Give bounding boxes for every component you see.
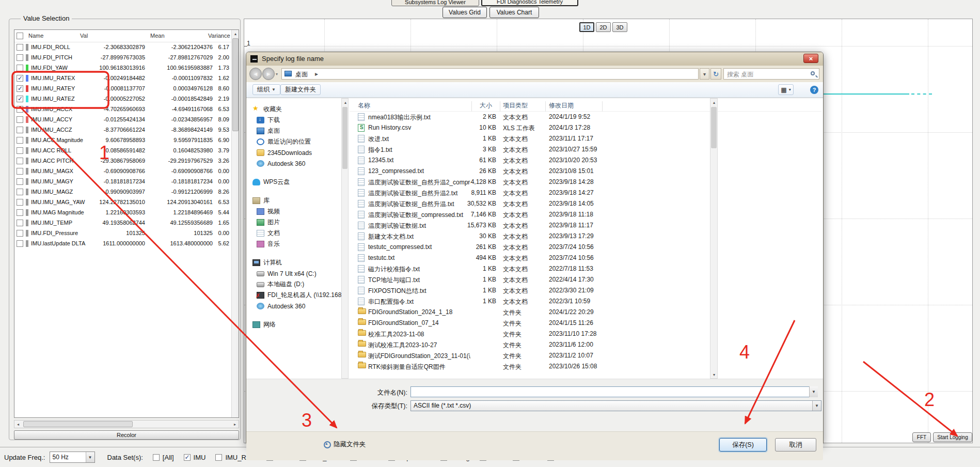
- dataset-checkbox[interactable]: [153, 454, 160, 461]
- table-row[interactable]: IMU.FDI_PITCH -27.89997673035 -27.898127…: [14, 53, 239, 63]
- new-folder-button[interactable]: 新建文件夹: [280, 84, 321, 95]
- scroll-up-icon[interactable]: ▴: [342, 99, 349, 106]
- column-header-variance[interactable]: Variance: [208, 33, 230, 39]
- row-checkbox[interactable]: [17, 54, 23, 61]
- scrollbar-thumb[interactable]: [342, 107, 347, 169]
- organize-button[interactable]: 组织 ▼: [252, 84, 280, 95]
- row-checkbox[interactable]: [17, 178, 23, 185]
- button-2d[interactable]: 2D: [596, 22, 611, 32]
- list-item[interactable]: 温度测试验证数据_自然升温2_compressed.txt 4,128 KB 文…: [350, 177, 821, 188]
- address-dropdown-icon[interactable]: ▾: [700, 68, 709, 80]
- breadcrumb-location[interactable]: 桌面: [295, 70, 308, 79]
- table-row[interactable]: IMU.IMU_TEMP 49.19358062744 49.125593566…: [14, 218, 239, 228]
- row-checkbox[interactable]: [17, 199, 23, 206]
- list-item[interactable]: 测试校准工具2023-10-27 文件夹 2023/11/6 12:00: [350, 339, 821, 350]
- nav-item[interactable]: 音乐: [247, 239, 341, 250]
- save-button[interactable]: 保存(S): [719, 438, 767, 452]
- chevron-right-icon[interactable]: ▸: [315, 70, 318, 77]
- list-item[interactable]: 温度测试验证数据_自然升温2.txt 8,911 KB 文本文档 2023/9/…: [350, 188, 821, 198]
- row-checkbox[interactable]: [17, 230, 23, 237]
- scrollbar-thumb[interactable]: [232, 38, 239, 131]
- tab-values-chart[interactable]: Values Chart: [489, 7, 539, 18]
- fft-button[interactable]: FFT: [912, 432, 931, 442]
- row-checkbox[interactable]: [17, 106, 23, 113]
- tab-values-grid[interactable]: Values Grid: [442, 7, 487, 18]
- list-item[interactable]: FDIGroundStation_07_14 文件夹 2024/1/15 11:…: [350, 318, 821, 329]
- nav-item[interactable]: Win 7 Ult x64 (C:): [247, 268, 341, 279]
- list-item[interactable]: FIXPOSTION总结.txt 1 KB 文本文档 2022/3/30 21:…: [350, 285, 821, 296]
- nav-item[interactable]: 桌面: [247, 126, 341, 136]
- nav-scrollbar[interactable]: ▴: [341, 98, 349, 379]
- list-item[interactable]: 改进.txt 1 KB 文本文档 2023/11/1 17:17: [350, 133, 821, 144]
- nav-item[interactable]: WPS云盘: [247, 176, 341, 188]
- nav-item[interactable]: 收藏夹: [247, 103, 341, 115]
- hide-folders-button[interactable]: 隐藏文件夹: [324, 440, 366, 449]
- tab-fdi-diagnostics-telemetry[interactable]: FDI Diagnostics Telemetry: [481, 0, 578, 6]
- row-checkbox[interactable]: [17, 96, 23, 102]
- refresh-icon[interactable]: ↻: [710, 68, 721, 80]
- list-item[interactable]: nmea0183输出示例.txt 2 KB 文本文档 2024/1/19 9:5…: [350, 112, 821, 122]
- forward-button[interactable]: ►: [262, 68, 275, 80]
- row-checkbox[interactable]: [17, 75, 23, 82]
- row-checkbox[interactable]: [17, 137, 23, 144]
- nav-item[interactable]: 视频: [247, 206, 341, 217]
- scrollbar-thumb[interactable]: [711, 107, 717, 148]
- row-checkbox[interactable]: [17, 85, 23, 92]
- scroll-right-icon[interactable]: ▸: [231, 421, 239, 428]
- dialog-titlebar[interactable]: Specify log file name ×: [246, 52, 823, 66]
- nav-item[interactable]: FDI_轮足机器人 (\\192.168.10: [247, 290, 341, 301]
- list-item[interactable]: 串口配置指令.txt 1 KB 文本文档 2022/3/1 10:59: [350, 296, 821, 307]
- table-row[interactable]: IMU.IMU_RATEX -0.00249184482 -0.00011097…: [14, 73, 239, 84]
- table-row[interactable]: IMU.ACC PITCH -29.30867958069 -29.291979…: [14, 156, 239, 166]
- dataset-item[interactable]: [All]: [153, 454, 174, 461]
- scroll-up-icon[interactable]: ▴: [232, 30, 239, 37]
- column-header-name[interactable]: Name: [28, 33, 43, 39]
- filetype-select[interactable]: ASCII file (*.txt *.csv) ▼: [410, 400, 821, 411]
- list-item[interactable]: FDIGroundStation_2024_1_18 文件夹 2024/1/22…: [350, 307, 821, 318]
- table-row[interactable]: IMU.FDI_ROLL -2.30683302879 -2.306212043…: [14, 42, 239, 53]
- button-3d[interactable]: 3D: [612, 22, 627, 32]
- nav-item[interactable]: 最近访问的位置: [247, 136, 341, 147]
- table-row[interactable]: IMU.IMU_MAGY -0.18181817234 -0.181818172…: [14, 177, 239, 187]
- list-item[interactable]: 温度测试验证数据_自然升温.txt 30,532 KB 文本文档 2023/9/…: [350, 198, 821, 209]
- table-row[interactable]: IMU.IMU_ACCZ -8.37706661224 -8.368984241…: [14, 125, 239, 135]
- list-item[interactable]: 12345.txt 61 KB 文本文档 2023/10/20 20:53: [350, 155, 821, 166]
- table-row[interactable]: IMU.IMU_MAG_YAW 124.22782135010 124.2091…: [14, 197, 239, 208]
- scroll-up-icon[interactable]: ▴: [710, 99, 718, 106]
- table-row[interactable]: IMU.ACC ROLL 0.08586591482 0.16048253980…: [14, 146, 239, 156]
- row-checkbox[interactable]: [17, 209, 23, 216]
- table-row[interactable]: IMU.lastUpdate DLTA 1611.000000000 1613.…: [14, 239, 239, 249]
- scroll-left-icon[interactable]: ◂: [14, 421, 22, 428]
- nav-item[interactable]: 计算机: [247, 257, 341, 268]
- row-checkbox[interactable]: [17, 65, 23, 71]
- dataset-item[interactable]: IMU: [184, 454, 206, 461]
- table-row[interactable]: IMU.FDI_YAW 100.96183013916 100.96195983…: [14, 63, 239, 73]
- nav-history-dropdown-icon[interactable]: ▾: [276, 72, 278, 76]
- list-item[interactable]: 校准工具2023-11-08 文件夹 2023/11/10 17:28: [350, 329, 821, 339]
- table-row[interactable]: IMU.IMU_MAGX -0.69090908766 -0.690909087…: [14, 166, 239, 177]
- nav-item[interactable]: 图片: [247, 217, 341, 228]
- table-row[interactable]: IMU.IMU_ACCY -0.01255424134 -0.023438569…: [14, 115, 239, 125]
- table-row[interactable]: IMU.ACC Magnitude 9.60678958893 9.595979…: [14, 135, 239, 146]
- row-checkbox[interactable]: [17, 44, 23, 51]
- row-checkbox[interactable]: [17, 127, 23, 133]
- list-item[interactable]: 温度测试验证数据_compressed.txt 7,146 KB 文本文档 20…: [350, 209, 821, 220]
- nav-item[interactable]: 下载: [247, 115, 341, 126]
- table-row[interactable]: IMU.IMU_MAGZ -0.99090903997 -0.991212069…: [14, 187, 239, 197]
- back-button[interactable]: ◄: [249, 68, 262, 80]
- nav-item[interactable]: 文档: [247, 228, 341, 239]
- list-item[interactable]: TCP地址与端口.txt 1 KB 文本文档 2022/4/14 17:30: [350, 274, 821, 285]
- chevron-down-icon[interactable]: ▼: [812, 401, 821, 411]
- list-item[interactable]: testutc.txt 494 KB 文本文档 2023/7/24 10:56: [350, 253, 821, 263]
- column-header-val[interactable]: Val: [80, 33, 88, 39]
- nav-item[interactable]: 本地磁盘 (D:): [247, 279, 341, 290]
- cancel-button[interactable]: 取消: [775, 438, 816, 452]
- scroll-down-icon[interactable]: ▾: [710, 371, 718, 378]
- nav-item[interactable]: 2345Downloads: [247, 147, 341, 158]
- table-horizontal-scrollbar[interactable]: ◂ ▸: [14, 420, 239, 428]
- views-button[interactable]: ▦▾: [778, 84, 794, 95]
- table-vertical-scrollbar[interactable]: ▴: [231, 30, 239, 417]
- update-freq-select[interactable]: 50 Hz ▼: [50, 452, 95, 463]
- scrollbar-thumb[interactable]: [23, 421, 133, 427]
- table-row[interactable]: IMU.IMU_RATEZ -0.00005227052 -0.00018542…: [14, 94, 239, 104]
